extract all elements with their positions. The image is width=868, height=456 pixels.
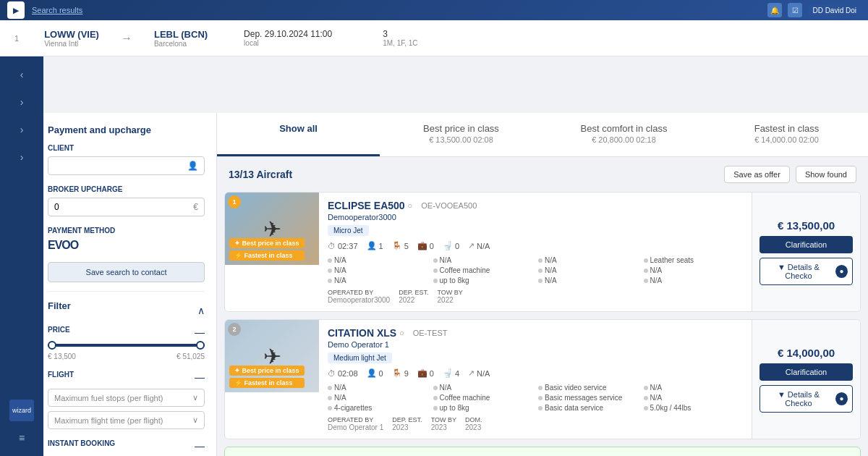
aircraft-specs-0: ⏱02:37 👤1 🪑5 💼0 🚽0 ↗N/A	[328, 241, 743, 250]
person-icon: 👤	[187, 161, 198, 171]
slider-thumb-right[interactable]	[196, 341, 205, 350]
aircraft-type-0: Micro Jet	[328, 225, 369, 236]
filter-collapse-icon[interactable]: ∧	[197, 305, 205, 316]
details-label-1: ▼ Details & Checko	[765, 390, 833, 408]
details-button-0[interactable]: ▼ Details & Checko ●	[760, 258, 853, 285]
tab-show-all[interactable]: Show all	[217, 113, 380, 156]
fuel-stops-label: Maximum fuel stops (per flight)	[54, 394, 163, 402]
user-avatar[interactable]: DD David Doi	[808, 5, 861, 16]
route-bar: 1 LOWW (VIE) Vienna Intl → LEBL (BCN) Ba…	[0, 20, 868, 56]
filter-header: Filter ∧	[48, 300, 205, 320]
instant-header: INSTANT BOOKING —	[48, 439, 205, 452]
main-layout: ‹ › › › wizard ≡ Payment and upcharge CL…	[36, 113, 868, 456]
price-range: € 13,500 € 51,025	[48, 352, 205, 360]
details-circle-1: ●	[835, 392, 848, 405]
top-navigation: ▶ Search results 🔔 ☑ DD David Doi	[0, 0, 868, 20]
aircraft-reg-1: OE-TEST	[413, 329, 448, 337]
price-collapse-icon[interactable]: —	[195, 326, 205, 338]
aircraft-type-1: Medium light Jet	[328, 352, 392, 363]
aircraft-badges-0: ✦ Best price in class ⚡ Fastest in class	[229, 238, 305, 261]
aircraft-meta-0: OPERATED BYDemooperator3000 DEP. EST.202…	[328, 289, 743, 304]
aircraft-info-1: CITATION XLS ○ OE-TEST Demo Operator 1 M…	[319, 320, 752, 439]
instant-section: INSTANT BOOKING — show only instant book…	[48, 439, 205, 456]
details-label-0: ▼ Details & Checko	[765, 263, 833, 280]
save-offer-button[interactable]: Save as offer	[724, 166, 790, 183]
aircraft-badges-1: ✦ Best price in class ⚡ Fastest in class	[229, 366, 305, 388]
aircraft-operator-0: Demooperator3000	[328, 213, 743, 221]
tabs-bar: Show all Best price in class € 13,500.00…	[217, 113, 868, 157]
price-max: € 51,025	[176, 352, 205, 360]
export-icon[interactable]: ☑	[788, 3, 802, 17]
aircraft-image-1: 2 ✈ ✦ Best price in class ⚡ Fastest in c…	[225, 320, 319, 392]
tab-best-price-label: Best price in class	[394, 123, 528, 134]
app-logo: ▶	[7, 1, 25, 19]
clarification-button-1[interactable]: Clarification	[760, 363, 853, 381]
aircraft-operator-1: Demo Operator 1	[328, 340, 743, 349]
aircraft-name-0: ECLIPSE EA500	[328, 200, 405, 211]
flight-section: FLIGHT — Maximum fuel stops (per flight)…	[48, 371, 205, 429]
tab-best-comfort[interactable]: Best comfort in class € 20,800.00 02:18	[542, 113, 705, 156]
slider-fill	[48, 344, 205, 347]
client-section: CLIENT 👤	[48, 144, 205, 175]
aircraft-price-0: € 13,500,00	[778, 219, 835, 232]
pax-info: 3 1M, 1F, 1C	[383, 29, 417, 47]
aircraft-features-0: N/A N/A N/A Leather seats N/A Coffee mac…	[328, 256, 743, 284]
flight-header: FLIGHT —	[48, 371, 205, 383]
flight-collapse-icon[interactable]: —	[195, 371, 205, 383]
badge-best-price-1: ✦ Best price in class	[229, 366, 305, 376]
filter-panel: Payment and upcharge CLIENT 👤 BROKER UPC…	[36, 113, 217, 456]
fuel-stops-dropdown[interactable]: Maximum fuel stops (per flight) ∨	[48, 389, 205, 407]
aircraft-card-0: 1 ✈ ✦ Best price in class ⚡ Fastest in c…	[224, 192, 861, 312]
flight-label: FLIGHT	[48, 371, 74, 379]
badge-best-price-0: ✦ Best price in class	[229, 238, 305, 248]
price-section: PRICE — € 13,500 € 51,025	[48, 326, 205, 360]
sidebar: ‹ › › › wizard ≡	[36, 113, 43, 456]
notifications-icon[interactable]: 🔔	[767, 3, 782, 17]
price-label: PRICE	[48, 326, 70, 334]
broker-section: BROKER UPCHARGE €	[48, 185, 205, 216]
evoo-logo: EVOO	[48, 239, 205, 252]
payment-section-title: Payment and upcharge	[48, 124, 205, 135]
from-airport: LOWW (VIE) Vienna Intl	[44, 29, 99, 48]
aircraft-price-panel-0: € 13,500,00 Clarification ▼ Details & Ch…	[752, 193, 860, 311]
instant-collapse-icon[interactable]: —	[195, 440, 205, 452]
tab-best-comfort-label: Best comfort in class	[557, 123, 691, 134]
to-airport: LEBL (BCN) Barcelona	[154, 29, 208, 48]
departure-info: Dep. 29.10.2024 11:00 local	[244, 29, 332, 47]
save-search-button[interactable]: Save search to contact	[48, 262, 205, 282]
badge-fastest-1: ⚡ Fastest in class	[229, 378, 305, 388]
clarification-button-0[interactable]: Clarification	[760, 236, 853, 253]
top-nav-right: 🔔 ☑ DD David Doi	[767, 3, 861, 17]
route-arrow-icon: →	[121, 32, 132, 45]
instant-label: INSTANT BOOKING	[48, 439, 115, 447]
aircraft-specs-1: ⏱02:08 👤0 🪑9 💼0 🚽4 ↗N/A	[328, 368, 743, 378]
broker-value-input[interactable]	[54, 202, 184, 212]
details-button-1[interactable]: ▼ Details & Checko ●	[760, 385, 853, 413]
tab-fastest-sub: € 14,000.00 02:00	[720, 135, 854, 144]
slider-thumb-left[interactable]	[48, 341, 56, 350]
aircraft-image-0: 1 ✈ ✦ Best price in class ⚡ Fastest in c…	[225, 193, 319, 265]
flight-time-chevron-icon: ∨	[192, 415, 198, 425]
aircraft-info-0: ECLIPSE EA500 ○ OE-VOOEA500 Demooperator…	[319, 193, 752, 311]
rank-medal-1: 2	[228, 323, 241, 336]
aircraft-name-1: CITATION XLS	[328, 327, 396, 339]
filter-title: Filter	[48, 300, 71, 311]
payment-label: PAYMENT METHOD	[48, 227, 205, 235]
broker-input[interactable]: €	[48, 198, 205, 216]
tab-best-price[interactable]: Best price in class € 13,500.00 02:08	[380, 113, 542, 156]
client-text-input[interactable]	[54, 161, 184, 171]
euro-icon: €	[193, 202, 198, 212]
rank-medal-0: 1	[228, 195, 241, 208]
price-min: € 13,500	[48, 352, 76, 360]
client-input[interactable]: 👤	[48, 156, 205, 175]
client-label: CLIENT	[48, 144, 205, 152]
search-results-link[interactable]: Search results	[32, 6, 82, 14]
show-found-button[interactable]: Show found	[796, 166, 856, 183]
payment-method-section: PAYMENT METHOD EVOO	[48, 227, 205, 252]
price-slider[interactable]	[48, 344, 205, 347]
aircraft-price-1: € 14,000,00	[778, 347, 835, 359]
badge-fastest-0: ⚡ Fastest in class	[229, 250, 305, 261]
tab-best-price-sub: € 13,500.00 02:08	[394, 135, 528, 144]
flight-time-dropdown[interactable]: Maximum flight time (per flight) ∨	[48, 411, 205, 429]
tab-fastest[interactable]: Fastest in class € 14,000.00 02:00	[705, 113, 868, 156]
